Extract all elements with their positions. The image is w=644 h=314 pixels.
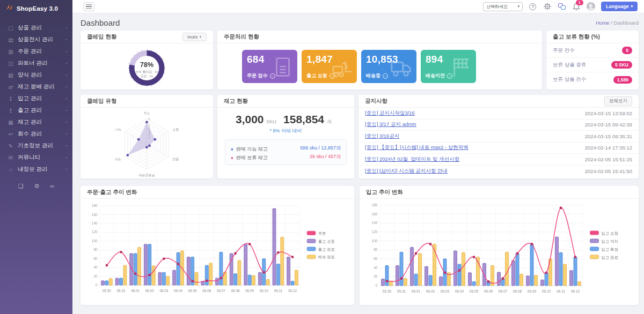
hold-badge: 5 SKU (611, 61, 632, 69)
svg-text:출고 요청: 출고 요청 (318, 239, 335, 244)
svg-text:180: 180 (371, 203, 377, 207)
arrow-circle-icon: → (383, 73, 388, 79)
notice-date: 2024-02-14 17:36:12 (585, 145, 632, 151)
gear-icon[interactable]: ⚙ (34, 183, 40, 190)
notification-bell-icon[interactable]: 1 (572, 2, 581, 11)
stat-box-3[interactable]: 10,853배송중→ (361, 50, 416, 83)
sidebar-item-2[interactable]: ▤상품전시 관리› (0, 34, 72, 46)
svg-text:입고 완료: 입고 완료 (602, 255, 618, 260)
topbar-select-value: 선택하세요 (486, 4, 508, 10)
language-button[interactable]: Language▾ (601, 2, 638, 11)
sidebar-item-8[interactable]: ↥출고 관리› (0, 104, 72, 116)
sidebar-item-13[interactable]: ○내정보 관리› (0, 163, 72, 175)
svg-text:05.30: 05.30 (103, 289, 111, 293)
svg-text:06.12: 06.12 (288, 289, 297, 293)
inventory-totals: 3,000 SKU 158,854 개 (217, 113, 354, 126)
order-trend-chart: 02040608010012014016018005.3005.3106.010… (80, 199, 354, 305)
notification-badge: 1 (576, 0, 583, 5)
hold-status-rows: 주문 건수5보류 상품 종류5 SKU보류 상품 건수1,586 (546, 43, 639, 87)
sidebar-item-5[interactable]: ▧양식 관리› (0, 69, 72, 81)
svg-text:60: 60 (93, 257, 98, 260)
notice-link[interactable]: [중요] 공지시작일3/16 (365, 110, 415, 117)
monitor-sync-icon[interactable] (558, 2, 566, 11)
sidebar-item-3[interactable]: ▥주문 관리› (0, 46, 72, 57)
svg-text:160: 160 (371, 212, 377, 216)
settings-gear-icon[interactable] (543, 2, 552, 11)
menu-toggle-button[interactable] (83, 2, 94, 11)
svg-text:60: 60 (374, 257, 378, 260)
svg-text:기타: 기타 (115, 128, 121, 131)
svg-text:완료 : 41: 완료 : 41 (141, 74, 153, 78)
truck-icon (390, 55, 414, 82)
partner-icon: ◫ (8, 61, 14, 66)
sidebar-item-label: 회수 관리 (18, 130, 62, 138)
sidebar-item-7[interactable]: ↧입고 관리› (0, 93, 72, 104)
notice-link[interactable]: [중요] 【중요】[시스템] 내용 max2 - 상현목백 (365, 144, 469, 151)
svg-text:0: 0 (376, 283, 378, 287)
sidebar-item-label: 내정보 관리 (18, 166, 62, 173)
page-title: Dashboard (80, 18, 120, 27)
sidebar-item-12[interactable]: ✉커뮤니티› (0, 152, 72, 163)
svg-text:0: 0 (96, 283, 98, 287)
notice-row-3: [중요] 3/16공지2024-03-15 09:36:31 (358, 131, 639, 143)
inventory-row-label: 판매 가능 재고 (236, 146, 268, 152)
svg-text:78%: 78% (140, 61, 153, 69)
claim-status-card: 클레임 현황 more + 78%전체 클레임 : 52완료 : 41 (80, 31, 213, 89)
hold-row-1: 주문 건수5 (546, 43, 639, 58)
notice-link[interactable]: [중요] 3/16공지 (365, 133, 399, 140)
sidebar-item-4[interactable]: ◫파트너 관리› (0, 57, 72, 69)
topbar-select[interactable]: 선택하세요 ▾ (483, 2, 523, 11)
stat-box-1[interactable]: 684주문 접수→ (242, 50, 297, 83)
main-content: Dashboard Home / Dashboard 클레임 현황 more +… (72, 13, 644, 314)
inventory-row-1: ●판매 가능 재고586 sku / 12,857개 (231, 144, 341, 152)
svg-text:06.09: 06.09 (528, 289, 537, 293)
inventory-delta: * 8% 어제 대비 (217, 128, 354, 134)
claim-more-button[interactable]: more + (182, 33, 207, 41)
stat-box-2[interactable]: 1,847출고 요청→ (302, 50, 357, 83)
breadcrumb-home-link[interactable]: Home (596, 20, 609, 26)
sidebar-item-9[interactable]: ▦재고 관리› (0, 116, 72, 128)
svg-text:06.11: 06.11 (274, 289, 283, 293)
avatar[interactable] (587, 2, 595, 11)
help-icon[interactable]: ? (529, 2, 537, 11)
svg-text:80: 80 (374, 248, 378, 251)
sidebar-item-1[interactable]: ▢상품 관리› (0, 22, 72, 34)
inventory-title: 재고 현황 (224, 98, 248, 105)
logo-text: ShopEasy 3.0 (17, 5, 58, 12)
notice-link[interactable]: [중요] 3/17 공지 admin (365, 121, 416, 128)
chevron-down-icon: › (64, 39, 69, 41)
notice-row-1: [중요] 공지시작일3/162024-03-15 13:59:02 (358, 108, 639, 119)
inventory-row-value: 586 sku / 12,857개 (300, 145, 341, 152)
sidebar-item-label: 커뮤니티 (18, 154, 62, 161)
hold-status-title: 출고 보류 현황 (%) (553, 33, 600, 41)
link-icon[interactable]: ∞ (50, 183, 54, 190)
svg-text:100: 100 (371, 239, 377, 243)
stat-box-4[interactable]: 894배송지연→ (421, 50, 476, 83)
notice-link[interactable]: [중요] [삼마지] 시스템 공지사항 안내 (365, 168, 448, 175)
inbound-trend-card: 입고 추이 변화 02040608010012014016018005.3005… (360, 186, 639, 305)
svg-text:06.10: 06.10 (542, 289, 551, 293)
outbound-icon: ↥ (8, 108, 14, 114)
order-processing-card: 주문처리 현황 684주문 접수→1,847출고 요청→10,853배송중→89… (217, 31, 542, 89)
svg-text:06.07: 06.07 (217, 289, 225, 293)
svg-text:06.02: 06.02 (426, 289, 435, 293)
sidebar-item-6[interactable]: ⇄재고 분배 관리› (0, 81, 72, 93)
notice-view-all-button[interactable]: 전체보기 (604, 96, 632, 106)
stat-label: 배송지연→ (426, 72, 452, 79)
svg-text:06.07: 06.07 (499, 289, 508, 293)
chat-icon[interactable]: ❏ (18, 183, 24, 190)
claim-donut-chart: 78%전체 클레임 : 52완료 : 41 (80, 43, 213, 89)
inbound-icon: ↧ (8, 96, 14, 102)
order-trend-title: 주문·출고 추이 변화 (87, 189, 137, 196)
sidebar-menu: ▢상품 관리›▤상품전시 관리›▥주문 관리›◫파트너 관리›▧양식 관리›⇄재… (0, 22, 72, 175)
logo[interactable]: ShopEasy 3.0 (0, 0, 72, 18)
notice-link[interactable]: [중요] 2024년 02월_업데이트 및 개선사항 (365, 156, 459, 163)
notice-date: 2024-02-05 15:51:25 (585, 156, 632, 162)
sidebar-item-11[interactable]: ✎기초정보 관리› (0, 140, 72, 152)
svg-text:파손: 파손 (115, 158, 121, 161)
notice-date: 2024-03-15 09:36:31 (585, 133, 632, 139)
svg-text:06.03: 06.03 (441, 289, 450, 293)
sidebar-item-10[interactable]: ↩회수 관리› (0, 128, 72, 140)
order-trend-card: 주문·출고 추이 변화 02040608010012014016018005.3… (80, 186, 354, 305)
svg-text:06.04: 06.04 (455, 289, 464, 293)
